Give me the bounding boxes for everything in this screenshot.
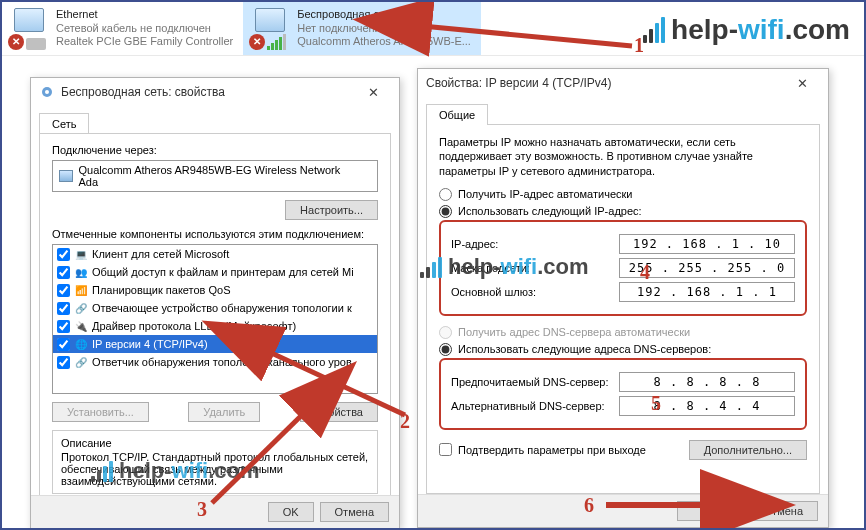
subnet-mask-input[interactable]: 255 . 255 . 255 . 0: [619, 258, 795, 278]
ipv4-properties-dialog: Свойства: IP версии 4 (TCP/IPv4) ✕ Общие…: [417, 68, 829, 528]
lldp-icon: 🔌: [74, 319, 88, 333]
dns-primary-input[interactable]: 8 . 8 . 8 . 8: [619, 372, 795, 392]
adapter-name: Ethernet: [56, 8, 233, 22]
radio-manual-dns[interactable]: Использовать следующие адреса DNS-сервер…: [439, 343, 807, 356]
watermark-logo: help-wifi.com: [91, 458, 260, 484]
watermark-logo: help-wifi.com: [420, 254, 589, 280]
dialog-title: Беспроводная сеть: свойства: [61, 85, 225, 99]
component-item[interactable]: 👥Общий доступ к файлам и принтерам для с…: [53, 263, 377, 281]
svg-point-1: [45, 90, 49, 94]
remove-button[interactable]: Удалить: [188, 402, 260, 422]
checkbox[interactable]: [57, 302, 70, 315]
tab-network[interactable]: Сеть: [39, 113, 89, 134]
nic-icon: [59, 170, 73, 182]
adapter-ethernet[interactable]: ✕ Ethernet Сетевой кабель не подключен R…: [2, 2, 243, 55]
radio-auto-ip[interactable]: Получить IP-адрес автоматически: [439, 188, 807, 201]
checkbox[interactable]: [57, 356, 70, 369]
gateway-input[interactable]: 192 . 168 . 1 . 1: [619, 282, 795, 302]
share-icon: 👥: [74, 265, 88, 279]
watermark-logo: help-wifi.com: [643, 14, 850, 46]
configure-button[interactable]: Настроить...: [285, 200, 378, 220]
adapter-name: Беспроводная сеть: [297, 8, 471, 22]
close-button[interactable]: ✕: [784, 71, 820, 95]
component-item[interactable]: 💻Клиент для сетей Microsoft: [53, 245, 377, 263]
checkbox[interactable]: [57, 266, 70, 279]
client-icon: 💻: [74, 247, 88, 261]
checkbox[interactable]: [57, 320, 70, 333]
advanced-button[interactable]: Дополнительно...: [689, 440, 807, 460]
titlebar: Свойства: IP версии 4 (TCP/IPv4) ✕: [418, 69, 828, 97]
component-item[interactable]: 🔗Отвечающее устройство обнаружения топол…: [53, 299, 377, 317]
component-item[interactable]: 🔗Ответчик обнаружения топологии канально…: [53, 353, 377, 371]
ok-button[interactable]: OK: [268, 502, 314, 522]
ip-address-input[interactable]: 192 . 168 . 1 . 10: [619, 234, 795, 254]
adapter-name-field: Qualcomm Atheros AR9485WB-EG Wireless Ne…: [52, 160, 378, 192]
adapter-driver: Qualcomm Atheros AR9485WB-E...: [297, 35, 471, 49]
tab-general[interactable]: Общие: [426, 104, 488, 125]
cancel-button[interactable]: Отмена: [749, 501, 818, 521]
radio-input[interactable]: [439, 343, 452, 356]
svg-text:2: 2: [400, 410, 410, 432]
dialog-title: Свойства: IP версии 4 (TCP/IPv4): [426, 76, 612, 90]
qos-icon: 📶: [74, 283, 88, 297]
intro-text: Параметры IP можно назначать автоматичес…: [439, 135, 807, 178]
connect-via-label: Подключение через:: [52, 144, 378, 156]
dns-group: Предпочитаемый DNS-сервер: 8 . 8 . 8 . 8…: [439, 358, 807, 430]
wifi-bars-icon: [420, 257, 442, 278]
install-button[interactable]: Установить...: [52, 402, 149, 422]
radio-input[interactable]: [439, 326, 452, 339]
adapter-wireless-icon: ✕: [249, 8, 291, 50]
component-item[interactable]: 🔌Драйвер протокола LLDP (Майкрософт): [53, 317, 377, 335]
component-item-ipv4[interactable]: 🌐IP версии 4 (TCP/IPv4): [53, 335, 377, 353]
checkbox[interactable]: [57, 248, 70, 261]
adapter-status: Нет подключения: [297, 22, 471, 36]
radio-input[interactable]: [439, 188, 452, 201]
adapter-driver: Realtek PCIe GBE Family Controller: [56, 35, 233, 49]
checkbox[interactable]: [57, 338, 70, 351]
dns-primary-label: Предпочитаемый DNS-сервер:: [451, 376, 611, 388]
cancel-button[interactable]: Отмена: [320, 502, 389, 522]
adapter-ethernet-icon: ✕: [8, 8, 50, 50]
components-label: Отмеченные компоненты используются этим …: [52, 228, 378, 240]
ipv4-icon: 🌐: [74, 337, 88, 351]
titlebar: Беспроводная сеть: свойства ✕: [31, 78, 399, 106]
responder-icon: 🔗: [74, 355, 88, 369]
radio-manual-ip[interactable]: Использовать следующий IP-адрес:: [439, 205, 807, 218]
description-heading: Описание: [61, 437, 369, 449]
ok-button[interactable]: OK: [677, 501, 743, 521]
properties-button[interactable]: Свойства: [300, 402, 378, 422]
validate-checkbox[interactable]: [439, 443, 452, 456]
components-list[interactable]: 💻Клиент для сетей Microsoft 👥Общий досту…: [52, 244, 378, 394]
validate-checkbox-row[interactable]: Подтвердить параметры при выходе: [439, 443, 646, 456]
dns-alt-input[interactable]: 8 . 8 . 4 . 4: [619, 396, 795, 416]
wifi-bars-icon: [643, 17, 665, 43]
checkbox[interactable]: [57, 284, 70, 297]
radio-auto-dns[interactable]: Получить адрес DNS-сервера автоматически: [439, 326, 807, 339]
adapter-properties-dialog: Беспроводная сеть: свойства ✕ Сеть Подкл…: [30, 77, 400, 529]
network-icon: [39, 84, 55, 100]
gateway-label: Основной шлюз:: [451, 286, 611, 298]
dns-alt-label: Альтернативный DNS-сервер:: [451, 400, 611, 412]
radio-input[interactable]: [439, 205, 452, 218]
ip-address-label: IP-адрес:: [451, 238, 611, 250]
component-item[interactable]: 📶Планировщик пакетов QoS: [53, 281, 377, 299]
adapter-status: Сетевой кабель не подключен: [56, 22, 233, 36]
topology-icon: 🔗: [74, 301, 88, 315]
close-button[interactable]: ✕: [355, 80, 391, 104]
wifi-bars-icon: [91, 461, 113, 482]
adapter-wireless[interactable]: ✕ Беспроводная сеть Нет подключения Qual…: [243, 2, 481, 55]
